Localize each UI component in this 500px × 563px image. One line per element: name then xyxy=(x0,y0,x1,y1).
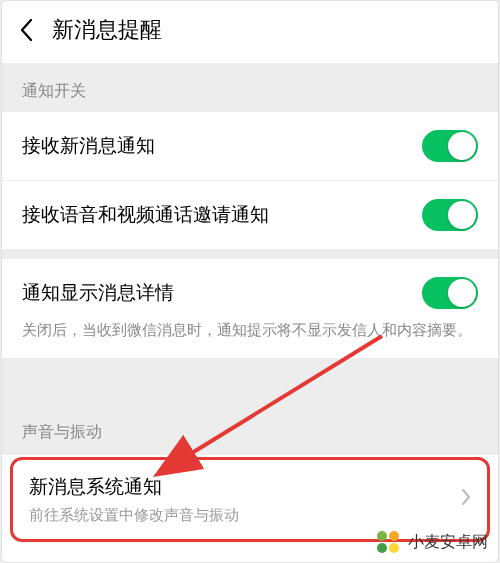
label-receive-voice-video: 接收语音和视频通话邀请通知 xyxy=(22,202,269,228)
watermark: 小麦安卓网 xyxy=(374,528,488,556)
toggle-receive-voice-video[interactable] xyxy=(422,199,478,231)
svg-point-5 xyxy=(389,543,399,553)
header-bar: 新消息提醒 xyxy=(2,1,498,63)
section-header-notification: 通知开关 xyxy=(2,63,498,112)
watermark-text: 小麦安卓网 xyxy=(408,532,488,553)
settings-screen: 新消息提醒 通知开关 接收新消息通知 接收语音和视频通话邀请通知 通知显示消息详… xyxy=(1,0,499,563)
detail-block: 通知显示消息详情 关闭后，当收到微信消息时，通知提示将不显示发信人和内容摘要。 xyxy=(2,259,498,358)
toggle-show-detail[interactable] xyxy=(422,277,478,309)
row-receive-new-messages[interactable]: 接收新消息通知 xyxy=(2,112,498,181)
svg-point-4 xyxy=(377,543,387,553)
label-show-detail: 通知显示消息详情 xyxy=(22,280,174,306)
label-system-notification: 新消息系统通知 xyxy=(29,474,461,500)
toggle-receive-new[interactable] xyxy=(422,130,478,162)
back-icon[interactable] xyxy=(20,18,34,42)
divider xyxy=(2,249,498,259)
row-show-detail[interactable]: 通知显示消息详情 xyxy=(22,277,478,309)
sub-system-notification: 前往系统设置中修改声音与振动 xyxy=(29,506,461,525)
spacer xyxy=(2,358,498,408)
svg-point-2 xyxy=(377,531,387,541)
page-title: 新消息提醒 xyxy=(52,15,162,45)
watermark-logo-icon xyxy=(374,528,402,556)
desc-show-detail: 关闭后，当收到微信消息时，通知提示将不显示发信人和内容摘要。 xyxy=(22,319,478,342)
notification-group: 接收新消息通知 接收语音和视频通话邀请通知 xyxy=(2,112,498,249)
section-header-sound: 声音与振动 xyxy=(2,408,498,455)
row-receive-voice-video[interactable]: 接收语音和视频通话邀请通知 xyxy=(2,181,498,249)
label-receive-new: 接收新消息通知 xyxy=(22,133,155,159)
chevron-right-icon xyxy=(461,488,471,511)
svg-point-3 xyxy=(389,531,399,541)
